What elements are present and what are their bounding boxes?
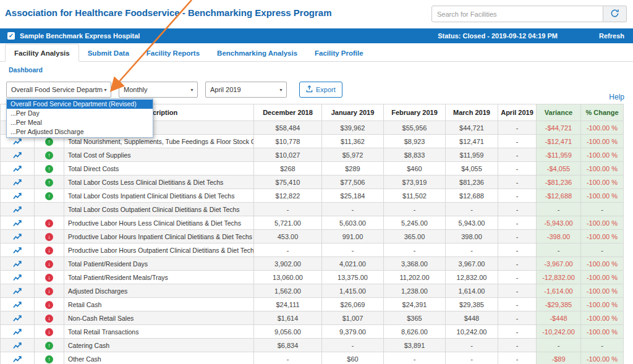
- value-cell: -: [254, 352, 322, 364]
- value-cell: 9,379.00: [322, 325, 384, 339]
- value-cell: -: [384, 203, 446, 216]
- value-cell: -100.00 %: [581, 135, 624, 148]
- frequency-select[interactable]: Monthly ▼: [119, 82, 198, 98]
- value-cell: -100.00 %: [581, 176, 624, 189]
- hospital-checkbox[interactable]: ✓: [7, 32, 15, 40]
- value-cell: -: [581, 339, 624, 352]
- value-cell: $24,391: [384, 298, 446, 311]
- refresh-link[interactable]: Refresh: [599, 32, 624, 40]
- line-chart-icon[interactable]: [13, 273, 22, 281]
- description-cell: Total Retail Transactions: [64, 325, 254, 339]
- trend-up-icon: ↑: [45, 342, 53, 350]
- line-chart-icon[interactable]: [13, 178, 22, 186]
- table-row: ↓Total Patient/Resident Days3,902.004,02…: [1, 257, 624, 271]
- value-cell: -: [498, 298, 537, 311]
- chart-cell: [1, 284, 35, 298]
- table-row: ↓Retail Cash$24,111$26,069$24,391$29,385…: [1, 298, 624, 311]
- value-cell: 1,562.00: [254, 284, 322, 298]
- value-cell: -: [384, 352, 446, 364]
- value-cell: $44,721: [446, 121, 498, 135]
- value-cell: -: [581, 243, 624, 257]
- line-chart-icon[interactable]: [13, 246, 22, 254]
- value-cell: 1,238.00: [384, 284, 446, 298]
- value-cell: $8,833: [384, 148, 446, 162]
- table-row: Total Labor Costs Outpatient Clinical Di…: [1, 203, 624, 216]
- value-cell: -$12,688: [537, 189, 581, 203]
- tab-facility-analysis[interactable]: Facility Analysis: [5, 44, 79, 62]
- value-cell: -: [446, 203, 498, 216]
- dropdown-option[interactable]: Overall Food Service Department (Revised…: [7, 99, 153, 109]
- value-cell: -: [498, 243, 537, 257]
- dropdown-option[interactable]: ...Per Adjusted Discharge: [7, 127, 153, 137]
- chart-cell: [1, 325, 35, 339]
- value-cell: $11,502: [384, 189, 446, 203]
- tab-facility-profile[interactable]: Facility Profile: [306, 44, 372, 62]
- period-select-value: April 2019: [210, 86, 241, 93]
- breadcrumb-dashboard[interactable]: Dashboard: [9, 66, 43, 74]
- line-chart-icon[interactable]: [13, 219, 22, 227]
- trend-down-icon: ↓: [45, 328, 53, 336]
- description-cell: Productive Labor Hours Outpatient Clinic…: [64, 243, 254, 257]
- value-cell: -$448: [537, 311, 581, 325]
- col-header-december-2018: December 2018: [254, 104, 322, 121]
- line-chart-icon[interactable]: [13, 300, 22, 308]
- value-cell: $1,007: [322, 311, 384, 325]
- search-refresh-button[interactable]: [603, 6, 627, 22]
- description-cell: Other Cash: [64, 352, 254, 364]
- line-chart-icon[interactable]: [13, 232, 22, 240]
- trend-down-icon: ↓: [45, 260, 53, 268]
- line-chart-icon[interactable]: [13, 341, 22, 349]
- value-cell: $26,069: [322, 298, 384, 311]
- line-chart-icon[interactable]: [13, 328, 22, 336]
- col-header-january-2019: January 2019: [322, 104, 384, 121]
- app-title: Association for Healthcare Foodservice -…: [5, 7, 332, 18]
- search-input[interactable]: [431, 6, 603, 22]
- line-chart-icon[interactable]: [13, 260, 22, 268]
- chevron-down-icon: ▼: [103, 88, 108, 92]
- col-header-pct-change: % Change: [581, 104, 624, 121]
- value-cell: -: [498, 257, 537, 271]
- line-chart-icon[interactable]: [13, 287, 22, 295]
- value-cell: 11,202.00: [384, 271, 446, 284]
- tab-facility-reports[interactable]: Facility Reports: [138, 44, 208, 62]
- department-select[interactable]: Overall Food Service Departm ▼: [6, 82, 111, 98]
- line-chart-icon[interactable]: [13, 314, 22, 322]
- tab-submit-data[interactable]: Submit Data: [79, 44, 138, 62]
- value-cell: -: [322, 203, 384, 216]
- table-row: ↑Total Labor Costs Less Clinical Dietiti…: [1, 176, 624, 189]
- line-chart-icon[interactable]: [13, 137, 22, 145]
- line-chart-icon[interactable]: [13, 164, 22, 172]
- help-link[interactable]: Help: [609, 93, 624, 101]
- trend-down-icon: ↓: [45, 233, 53, 241]
- line-chart-icon[interactable]: [13, 151, 22, 159]
- refresh-icon: [610, 9, 619, 20]
- line-chart-icon[interactable]: [13, 355, 22, 363]
- description-cell: Productive Labor Hours Inpatient Clinica…: [64, 230, 254, 243]
- dropdown-option[interactable]: ...Per Meal: [7, 118, 153, 127]
- dropdown-option[interactable]: ...Per Day: [7, 109, 153, 118]
- value-cell: -: [498, 325, 537, 339]
- value-cell: -10,242.00: [537, 325, 581, 339]
- value-cell: 3,368.00: [384, 257, 446, 271]
- value-cell: -12,832.00: [537, 271, 581, 284]
- value-cell: -100.00 %: [581, 216, 624, 230]
- line-chart-icon[interactable]: [13, 205, 22, 213]
- table-row: ↑Catering Cash$6,834-$3,891----: [1, 339, 624, 352]
- value-cell: 13,375.00: [322, 271, 384, 284]
- export-button[interactable]: Export: [299, 82, 342, 98]
- table-row: ↓Total Retail Transactions9,056.009,379.…: [1, 325, 624, 339]
- trend-up-icon: ↑: [45, 165, 53, 173]
- value-cell: -: [581, 203, 624, 216]
- value-cell: 365.00: [384, 230, 446, 243]
- period-select[interactable]: April 2019 ▼: [205, 82, 287, 98]
- tab-benchmarking-analysis[interactable]: Benchmarking Analysis: [208, 44, 306, 62]
- value-cell: $73,919: [384, 176, 446, 189]
- trend-cell: ↓: [35, 311, 64, 325]
- line-chart-icon[interactable]: [13, 192, 22, 200]
- value-cell: -: [537, 243, 581, 257]
- chevron-down-icon: ▼: [190, 88, 194, 92]
- export-button-label: Export: [316, 86, 336, 93]
- trend-cell: ↓: [35, 243, 64, 257]
- value-cell: 5,721.00: [254, 216, 322, 230]
- value-cell: $25,184: [322, 189, 384, 203]
